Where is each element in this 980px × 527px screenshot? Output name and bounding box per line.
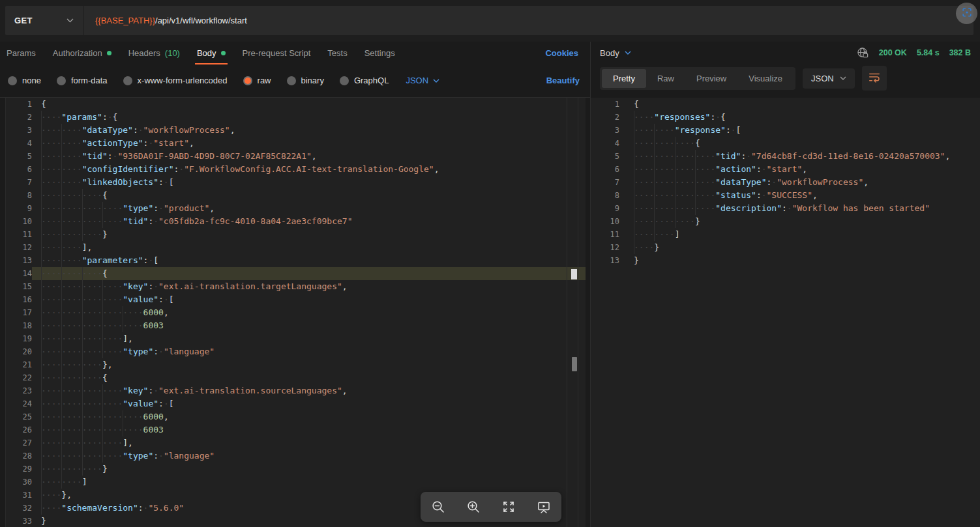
zoom-in-button[interactable]	[460, 494, 486, 520]
whitespace-dot: ·	[158, 203, 164, 213]
code-line: ············{	[32, 189, 586, 202]
body-type-raw[interactable]: raw	[243, 76, 271, 85]
code-token: 6000	[143, 307, 164, 317]
indent-guide: ····	[41, 502, 61, 515]
code-token: "workflowProcess"	[143, 125, 230, 135]
code-token: ,	[434, 164, 439, 174]
code-token: "key"	[123, 386, 148, 395]
line-number: 11	[591, 228, 619, 241]
indent-guide: ····	[41, 280, 61, 293]
body-language-selector[interactable]: JSON	[406, 76, 439, 85]
indent-guide: ····	[61, 137, 82, 150]
code-line: ················"tid":·"7d64cb8f-cd3d-11…	[619, 150, 980, 163]
code-token: :	[133, 125, 138, 135]
response-size[interactable]: 382 B	[949, 48, 971, 57]
code-line-row: 25····················6000,	[6, 410, 586, 423]
body-type-x-www-form-urlencoded[interactable]: x-www-form-urlencoded	[123, 76, 228, 85]
request-section-header: ParamsAuthorizationHeaders(10)BodyPre-re…	[0, 42, 590, 98]
fullscreen-button[interactable]	[496, 494, 522, 520]
indent-guide: ····	[61, 358, 82, 371]
code-token: 6000	[143, 412, 164, 421]
body-type-graphql[interactable]: GraphQL	[340, 76, 389, 85]
radio-label: GraphQL	[354, 76, 389, 85]
code-token: 6003	[143, 425, 164, 434]
editor-scrollbar-thumb[interactable]	[572, 357, 577, 371]
indent-guide: ····	[61, 384, 82, 397]
code-line: ················],	[32, 436, 586, 449]
beautify-link[interactable]: Beautify	[546, 76, 580, 85]
code-line-row: 2····"responses":·{	[591, 111, 980, 124]
indent-guide: ····	[61, 397, 82, 410]
view-tab-pretty[interactable]: Pretty	[602, 69, 646, 88]
indent-guide: ····	[123, 423, 143, 436]
request-body-editor[interactable]: 1{2····"params":·{3········"dataType":·"…	[5, 98, 586, 527]
tab-body[interactable]: Body	[197, 42, 226, 64]
indent-guide: ····	[61, 319, 82, 332]
code-token: ,	[342, 281, 348, 291]
presentation-button[interactable]	[531, 494, 557, 520]
whitespace-dot: ·	[164, 177, 169, 187]
code-line-row: 30········]	[6, 476, 586, 489]
response-time[interactable]: 5.84 s	[917, 48, 940, 57]
tab-headers[interactable]: Headers(10)	[128, 42, 180, 64]
view-tab-visualize[interactable]: Visualize	[737, 69, 794, 88]
wrap-text-button[interactable]	[862, 66, 887, 91]
indent-guide: ····	[61, 449, 82, 463]
indent-guide: ····	[123, 319, 143, 332]
tab-settings[interactable]: Settings	[364, 42, 395, 64]
code-line: ········]	[32, 476, 586, 489]
indent-guide: ····	[102, 345, 123, 358]
body-type-form-data[interactable]: form-data	[57, 76, 108, 85]
code-token: }	[634, 255, 639, 265]
whitespace-dot: ·	[746, 151, 751, 161]
indent-guide: ····	[102, 449, 123, 463]
code-token: "schemaVersion"	[61, 503, 138, 513]
code-token: "params"	[61, 112, 102, 122]
line-number: 3	[591, 124, 619, 137]
tab-label: Authorization	[53, 48, 102, 58]
indent-guide: ····	[123, 410, 143, 423]
code-token: },	[61, 490, 72, 500]
whitespace-dot: ·	[164, 399, 169, 408]
body-type-none[interactable]: none	[8, 76, 41, 85]
indent-guide: ····	[675, 137, 695, 150]
body-type-binary[interactable]: binary	[287, 76, 324, 85]
code-line-row: 11········]	[591, 228, 980, 241]
status-badge[interactable]: 200 OK	[879, 48, 907, 57]
tab-label: Headers	[128, 48, 160, 58]
response-language-selector[interactable]: JSON	[803, 68, 855, 89]
response-toolbar: PrettyRawPreviewVisualize JSON	[591, 64, 980, 93]
code-token: "tid"	[123, 216, 148, 226]
code-line: ········"actionType":·"start",	[32, 137, 586, 150]
code-token: "5.6.0"	[148, 503, 184, 513]
code-token: ,	[209, 203, 215, 213]
tab-tests[interactable]: Tests	[327, 42, 347, 64]
radio-icon	[243, 76, 252, 85]
code-token: ],	[123, 334, 133, 343]
url-input[interactable]: {{BASE_PATH}}/api/v1/wfl/workflow/start	[83, 16, 247, 25]
view-tab-raw[interactable]: Raw	[646, 69, 685, 88]
response-body-selector[interactable]: Body	[600, 48, 631, 58]
code-token: "dataType"	[82, 125, 133, 135]
tab-params[interactable]: Params	[7, 42, 36, 64]
cookies-link[interactable]: Cookies	[545, 48, 578, 58]
radio-label: raw	[258, 76, 271, 85]
indent-guide: ····	[82, 436, 102, 449]
whitespace-dot: ·	[179, 164, 184, 174]
view-tab-preview[interactable]: Preview	[685, 69, 737, 88]
indent-guide: ····	[675, 189, 695, 202]
zoom-out-button[interactable]	[425, 494, 451, 520]
request-code-lines: 1{2····"params":·{3········"dataType":·"…	[6, 98, 586, 527]
code-line-row: 15················"key":·"ext.ai-transla…	[6, 280, 586, 293]
indent-guide: ····	[61, 163, 82, 176]
indent-guide: ····	[41, 463, 61, 476]
code-line-row: 10············}	[591, 215, 980, 228]
response-body-viewer[interactable]: 1{2····"responses":·{3········"response"…	[591, 98, 980, 527]
tab-authorization[interactable]: Authorization	[53, 42, 111, 64]
url-env-variable: {{BASE_PATH}}	[95, 16, 155, 25]
line-number: 1	[6, 98, 32, 111]
method-selector[interactable]: GET	[5, 6, 83, 35]
screen-capture-button[interactable]	[956, 3, 977, 24]
tab-pre-request-script[interactable]: Pre-request Script	[243, 42, 311, 64]
network-globe-lock-icon[interactable]	[857, 47, 869, 59]
